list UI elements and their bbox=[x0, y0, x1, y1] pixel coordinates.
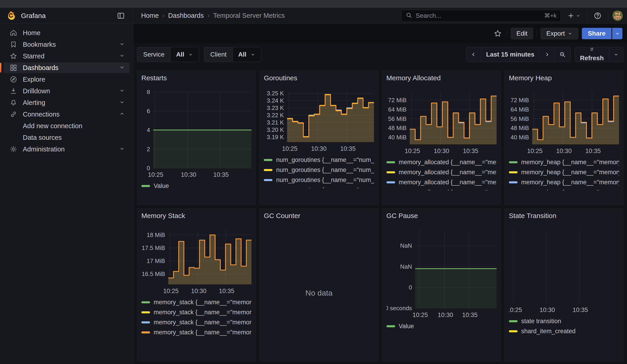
window-top-strip bbox=[0, 0, 627, 8]
chart-plot[interactable]: 10:2510:3010:353.25 K3.24 K3.23 K3.22 K3… bbox=[264, 90, 374, 153]
legend-item[interactable]: memory_stack {__name__="memory_s bbox=[141, 317, 252, 327]
panel-title[interactable]: State Transition bbox=[509, 212, 619, 220]
sidebar-item-connections[interactable]: Connections bbox=[4, 109, 129, 119]
panel-title[interactable]: GC Pause bbox=[386, 212, 497, 220]
legend-item[interactable]: memory_allocated {__name__="memo bbox=[386, 187, 497, 190]
svg-text:10:30: 10:30 bbox=[438, 312, 453, 318]
panel-legend: state transitionshard_item_created bbox=[509, 316, 619, 336]
svg-text:8: 8 bbox=[147, 90, 150, 95]
chart-plot[interactable]: 10:2510:3010:35 bbox=[509, 228, 619, 314]
user-avatar[interactable] bbox=[612, 10, 623, 21]
sidebar-item-drilldown[interactable]: Drilldown bbox=[4, 86, 129, 96]
app-header: Grafana Home›Dashboards›Temporal Server … bbox=[0, 8, 627, 24]
add-button[interactable] bbox=[565, 10, 583, 22]
refresh-interval-button[interactable] bbox=[609, 47, 623, 62]
legend-item[interactable]: num_goroutines {__name__="num_go bbox=[264, 175, 374, 185]
grafana-logo-icon[interactable] bbox=[6, 10, 16, 21]
filter-value[interactable]: All bbox=[233, 47, 261, 62]
legend-item[interactable]: memory_heap {__name__="memory_h bbox=[509, 167, 619, 177]
export-button[interactable]: Export bbox=[541, 28, 578, 39]
breadcrumb-item[interactable]: Dashboards bbox=[168, 12, 204, 19]
panel-title[interactable]: Memory Allocated bbox=[386, 74, 497, 82]
sidebar-item-label: Starred bbox=[23, 52, 119, 60]
chart-area[interactable]: 10:2510:3010:3586420 bbox=[141, 90, 252, 179]
sidebar-item-data-sources[interactable]: Data sources bbox=[4, 132, 129, 143]
legend-series-label: num_goroutines {__name__="num_go bbox=[276, 187, 374, 188]
chart-area[interactable]: 10:2510:3010:3572 MiB64 MiB56 MiB48 MiB4… bbox=[509, 90, 619, 155]
sidebar-item-administration[interactable]: Administration bbox=[4, 144, 129, 155]
chart-area[interactable]: 10:2510:3010:353.25 K3.24 K3.23 K3.22 K3… bbox=[264, 90, 374, 153]
sidebar-item-explore[interactable]: Explore bbox=[4, 74, 129, 85]
legend-item[interactable]: state transition bbox=[509, 316, 619, 326]
chart-area[interactable]: 10:2510:3010:35 bbox=[509, 228, 619, 314]
sidebar-item-bookmarks[interactable]: Bookmarks bbox=[4, 39, 129, 50]
filter-label: Service bbox=[137, 47, 170, 62]
panel-title[interactable]: Memory Stack bbox=[141, 212, 252, 220]
legend-item[interactable]: memory_allocated {__name__="memo bbox=[386, 157, 497, 167]
time-forward-button[interactable] bbox=[540, 47, 555, 62]
svg-text:0 seconds: 0 seconds bbox=[386, 305, 412, 312]
legend-item[interactable]: memory_heap {__name__="memory_h bbox=[509, 177, 619, 187]
chart-area[interactable]: 10:2510:3010:3572 MiB64 MiB56 MiB48 MiB4… bbox=[386, 90, 497, 155]
sidebar-item-home[interactable]: Home bbox=[4, 28, 129, 38]
share-button[interactable]: Share bbox=[582, 28, 612, 39]
legend-series-label: state transition bbox=[521, 318, 561, 325]
zoom-out-button[interactable] bbox=[555, 47, 571, 62]
panel-title[interactable]: Memory Heap bbox=[509, 74, 619, 82]
search-box[interactable]: ⌘+k bbox=[401, 10, 561, 22]
breadcrumb-item[interactable]: Home bbox=[141, 12, 159, 19]
legend-item[interactable]: memory_stack {__name__="memory_s bbox=[141, 297, 252, 307]
filter-service[interactable]: ServiceAll bbox=[137, 47, 199, 62]
sidebar-item-alerting[interactable]: Alerting bbox=[4, 97, 129, 108]
chart-plot[interactable]: 10:2510:3010:35NaNNaN00 seconds bbox=[386, 228, 497, 319]
panel-title[interactable]: Restarts bbox=[141, 74, 252, 82]
legend-series-marker bbox=[386, 325, 395, 327]
filter-row: ServiceAllClientAll Last 15 minutes bbox=[137, 47, 623, 62]
svg-text:3.21 K: 3.21 K bbox=[267, 119, 284, 126]
panel-title[interactable]: GC Counter bbox=[264, 212, 374, 220]
sidebar-item-add-new-connection[interactable]: Add new connection bbox=[4, 121, 129, 131]
sidebar-collapse-icon[interactable] bbox=[114, 10, 127, 22]
sidebar-item-starred[interactable]: Starred bbox=[4, 51, 129, 61]
clock-icon bbox=[507, 47, 514, 48]
legend-item[interactable]: num_goroutines {__name__="num_go bbox=[264, 165, 374, 175]
refresh-button[interactable]: Refresh bbox=[575, 47, 609, 62]
share-menu-button[interactable] bbox=[612, 28, 623, 39]
chart-plot[interactable]: 10:2510:3010:3572 MiB64 MiB56 MiB48 MiB4… bbox=[386, 90, 497, 155]
legend-item[interactable]: memory_allocated {__name__="memo bbox=[386, 167, 497, 177]
legend-item[interactable]: memory_stack {__name__="memory_s bbox=[141, 307, 252, 317]
sidebar-item-dashboards[interactable]: Dashboards bbox=[4, 62, 129, 73]
chart-plot[interactable]: 10:2510:3010:3572 MiB64 MiB56 MiB48 MiB4… bbox=[509, 90, 619, 155]
svg-text:48 MiB: 48 MiB bbox=[511, 124, 529, 131]
chevron-down-icon bbox=[508, 61, 513, 62]
edit-button[interactable]: Edit bbox=[511, 28, 533, 39]
sidebar-item-label: Explore bbox=[23, 76, 125, 83]
favorite-star-icon[interactable] bbox=[492, 28, 503, 39]
svg-text:10:30: 10:30 bbox=[556, 148, 572, 155]
time-range-picker[interactable]: Last 15 minutes bbox=[481, 47, 540, 62]
chart-area[interactable]: 10:2510:3010:3518 MiB17.5 MiB17 MiB16.5 … bbox=[141, 228, 252, 295]
legend-item[interactable]: shard_item_created bbox=[509, 326, 619, 336]
time-back-button[interactable] bbox=[466, 47, 481, 62]
legend-item[interactable]: Value bbox=[386, 321, 497, 331]
chart-plot[interactable]: 10:2510:3010:3586420 bbox=[141, 90, 252, 179]
filter-value[interactable]: All bbox=[170, 47, 199, 62]
search-input[interactable] bbox=[416, 12, 541, 19]
help-button[interactable] bbox=[591, 10, 604, 22]
svg-text:10:30: 10:30 bbox=[191, 288, 207, 294]
legend-item[interactable]: num_goroutines {__name__="num_go bbox=[264, 155, 374, 165]
legend-item[interactable]: num_goroutines {__name__="num_go bbox=[264, 185, 374, 188]
chart-area[interactable]: 10:2510:3010:35NaNNaN00 seconds bbox=[386, 228, 497, 319]
legend-item[interactable]: memory_heap {__name__="memory_h bbox=[509, 187, 619, 190]
chart-plot[interactable]: 10:2510:3010:3518 MiB17.5 MiB17 MiB16.5 … bbox=[141, 228, 252, 295]
legend-series-marker bbox=[141, 321, 150, 323]
panel-title[interactable]: Goroutines bbox=[264, 74, 374, 82]
svg-text:10:25: 10:25 bbox=[527, 148, 543, 155]
svg-text:3.19 K: 3.19 K bbox=[267, 134, 284, 141]
legend-item[interactable]: memory_allocated {__name__="memo bbox=[386, 177, 497, 187]
legend-item[interactable]: memory_stack {__name__="memory_s bbox=[141, 327, 252, 337]
svg-text:10:35: 10:35 bbox=[219, 288, 234, 294]
legend-item[interactable]: memory_heap {__name__="memory_h bbox=[509, 157, 619, 167]
filter-client[interactable]: ClientAll bbox=[204, 47, 261, 62]
legend-item[interactable]: Value bbox=[141, 181, 252, 191]
